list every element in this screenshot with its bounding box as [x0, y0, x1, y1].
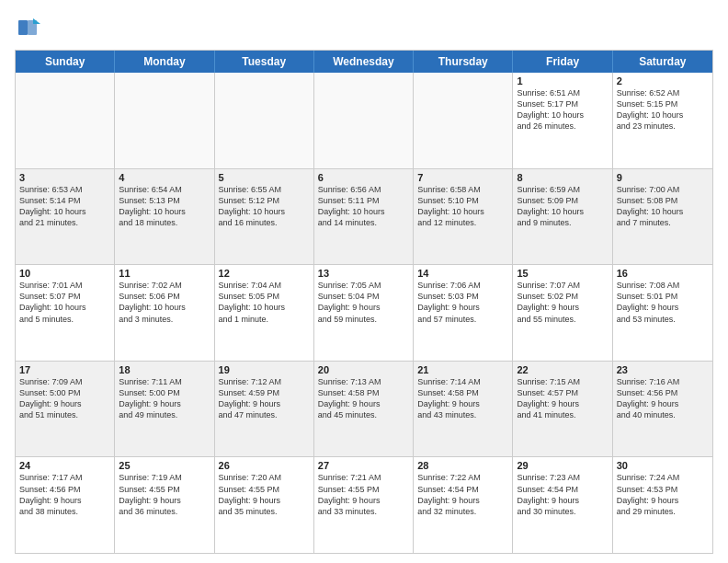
day-number: 18	[119, 364, 210, 375]
calendar-cell: 19Sunrise: 7:12 AMSunset: 4:59 PMDayligh…	[215, 362, 314, 457]
day-number: 8	[517, 172, 608, 183]
calendar-row-4: 24Sunrise: 7:17 AMSunset: 4:56 PMDayligh…	[16, 457, 712, 553]
cell-info: Sunrise: 7:02 AMSunset: 5:06 PMDaylight:…	[119, 280, 210, 325]
day-number: 7	[417, 172, 508, 183]
cell-info: Sunrise: 7:08 AMSunset: 5:01 PMDaylight:…	[617, 280, 709, 325]
day-number: 23	[617, 364, 709, 375]
cell-info: Sunrise: 6:54 AMSunset: 5:13 PMDaylight:…	[119, 184, 210, 229]
calendar-cell: 10Sunrise: 7:01 AMSunset: 5:07 PMDayligh…	[16, 265, 115, 361]
calendar-cell: 22Sunrise: 7:15 AMSunset: 4:57 PMDayligh…	[513, 362, 612, 457]
cell-info: Sunrise: 7:14 AMSunset: 4:58 PMDaylight:…	[417, 376, 508, 421]
cell-info: Sunrise: 7:20 AMSunset: 4:55 PMDaylight:…	[219, 472, 310, 517]
weekday-header-monday: Monday	[115, 51, 214, 73]
cell-info: Sunrise: 6:52 AMSunset: 5:15 PMDaylight:…	[617, 87, 709, 132]
weekday-header-wednesday: Wednesday	[314, 51, 414, 73]
calendar-cell: 13Sunrise: 7:05 AMSunset: 5:04 PMDayligh…	[314, 265, 414, 361]
day-number: 17	[19, 364, 110, 375]
calendar-cell: 12Sunrise: 7:04 AMSunset: 5:05 PMDayligh…	[215, 265, 314, 361]
calendar-cell: 16Sunrise: 7:08 AMSunset: 5:01 PMDayligh…	[613, 265, 712, 361]
calendar-cell: 1Sunrise: 6:51 AMSunset: 5:17 PMDaylight…	[513, 73, 612, 168]
calendar-body: 1Sunrise: 6:51 AMSunset: 5:17 PMDaylight…	[16, 73, 712, 553]
cell-info: Sunrise: 7:22 AMSunset: 4:54 PMDaylight:…	[417, 472, 508, 517]
day-number: 14	[417, 268, 508, 279]
cell-info: Sunrise: 6:51 AMSunset: 5:17 PMDaylight:…	[517, 87, 608, 132]
calendar-cell	[314, 73, 414, 168]
calendar-cell: 24Sunrise: 7:17 AMSunset: 4:56 PMDayligh…	[16, 457, 115, 553]
calendar-cell: 21Sunrise: 7:14 AMSunset: 4:58 PMDayligh…	[414, 362, 513, 457]
calendar-cell: 7Sunrise: 6:58 AMSunset: 5:10 PMDaylight…	[414, 169, 513, 265]
calendar-cell	[115, 73, 214, 168]
day-number: 24	[19, 460, 110, 471]
cell-info: Sunrise: 7:15 AMSunset: 4:57 PMDaylight:…	[517, 376, 608, 421]
calendar-cell	[215, 73, 314, 168]
day-number: 11	[119, 268, 210, 279]
calendar-cell	[414, 73, 513, 168]
calendar-row-1: 3Sunrise: 6:53 AMSunset: 5:14 PMDaylight…	[16, 169, 712, 266]
calendar-cell: 20Sunrise: 7:13 AMSunset: 4:58 PMDayligh…	[314, 362, 414, 457]
cell-info: Sunrise: 6:55 AMSunset: 5:12 PMDaylight:…	[219, 184, 310, 229]
calendar-cell: 23Sunrise: 7:16 AMSunset: 4:56 PMDayligh…	[613, 362, 712, 457]
weekday-header-sunday: Sunday	[16, 51, 115, 73]
day-number: 30	[617, 460, 709, 471]
cell-info: Sunrise: 7:04 AMSunset: 5:05 PMDaylight:…	[219, 280, 310, 325]
calendar-cell: 26Sunrise: 7:20 AMSunset: 4:55 PMDayligh…	[215, 457, 314, 553]
cell-info: Sunrise: 7:00 AMSunset: 5:08 PMDaylight:…	[617, 184, 709, 229]
day-number: 22	[517, 364, 608, 375]
weekday-header-saturday: Saturday	[613, 51, 712, 73]
cell-info: Sunrise: 7:11 AMSunset: 5:00 PMDaylight:…	[119, 376, 210, 421]
cell-info: Sunrise: 6:53 AMSunset: 5:14 PMDaylight:…	[19, 184, 110, 229]
day-number: 26	[219, 460, 310, 471]
calendar: SundayMondayTuesdayWednesdayThursdayFrid…	[15, 50, 713, 554]
calendar-cell: 4Sunrise: 6:54 AMSunset: 5:13 PMDaylight…	[115, 169, 214, 265]
calendar-cell	[16, 73, 115, 168]
weekday-header-friday: Friday	[513, 51, 612, 73]
calendar-cell: 18Sunrise: 7:11 AMSunset: 5:00 PMDayligh…	[115, 362, 214, 457]
day-number: 5	[219, 172, 310, 183]
cell-info: Sunrise: 6:59 AMSunset: 5:09 PMDaylight:…	[517, 184, 608, 229]
day-number: 4	[119, 172, 210, 183]
calendar-cell: 3Sunrise: 6:53 AMSunset: 5:14 PMDaylight…	[16, 169, 115, 265]
calendar-cell: 6Sunrise: 6:56 AMSunset: 5:11 PMDaylight…	[314, 169, 414, 265]
calendar-cell: 5Sunrise: 6:55 AMSunset: 5:12 PMDaylight…	[215, 169, 314, 265]
calendar-cell: 14Sunrise: 7:06 AMSunset: 5:03 PMDayligh…	[414, 265, 513, 361]
cell-info: Sunrise: 7:07 AMSunset: 5:02 PMDaylight:…	[517, 280, 608, 325]
cell-info: Sunrise: 7:12 AMSunset: 4:59 PMDaylight:…	[219, 376, 310, 421]
calendar-cell: 2Sunrise: 6:52 AMSunset: 5:15 PMDaylight…	[613, 73, 712, 168]
day-number: 21	[417, 364, 508, 375]
day-number: 20	[318, 364, 409, 375]
calendar-cell: 11Sunrise: 7:02 AMSunset: 5:06 PMDayligh…	[115, 265, 214, 361]
cell-info: Sunrise: 7:19 AMSunset: 4:55 PMDaylight:…	[119, 472, 210, 517]
day-number: 16	[617, 268, 709, 279]
day-number: 9	[617, 172, 709, 183]
day-number: 25	[119, 460, 210, 471]
day-number: 27	[318, 460, 409, 471]
cell-info: Sunrise: 6:58 AMSunset: 5:10 PMDaylight:…	[417, 184, 508, 229]
weekday-header-tuesday: Tuesday	[215, 51, 314, 73]
day-number: 6	[318, 172, 409, 183]
calendar-header: SundayMondayTuesdayWednesdayThursdayFrid…	[16, 51, 712, 73]
day-number: 29	[517, 460, 608, 471]
logo	[15, 15, 44, 40]
day-number: 3	[19, 172, 110, 183]
calendar-row-2: 10Sunrise: 7:01 AMSunset: 5:07 PMDayligh…	[16, 265, 712, 362]
page-header	[15, 15, 713, 40]
cell-info: Sunrise: 7:24 AMSunset: 4:53 PMDaylight:…	[617, 472, 709, 517]
calendar-cell: 28Sunrise: 7:22 AMSunset: 4:54 PMDayligh…	[414, 457, 513, 553]
calendar-row-0: 1Sunrise: 6:51 AMSunset: 5:17 PMDaylight…	[16, 73, 712, 169]
cell-info: Sunrise: 7:09 AMSunset: 5:00 PMDaylight:…	[19, 376, 110, 421]
calendar-cell: 30Sunrise: 7:24 AMSunset: 4:53 PMDayligh…	[613, 457, 712, 553]
day-number: 10	[19, 268, 110, 279]
cell-info: Sunrise: 7:17 AMSunset: 4:56 PMDaylight:…	[19, 472, 110, 517]
day-number: 2	[617, 75, 709, 86]
calendar-cell: 8Sunrise: 6:59 AMSunset: 5:09 PMDaylight…	[513, 169, 612, 265]
cell-info: Sunrise: 6:56 AMSunset: 5:11 PMDaylight:…	[318, 184, 409, 229]
calendar-cell: 29Sunrise: 7:23 AMSunset: 4:54 PMDayligh…	[513, 457, 612, 553]
day-number: 1	[517, 75, 608, 86]
cell-info: Sunrise: 7:21 AMSunset: 4:55 PMDaylight:…	[318, 472, 409, 517]
cell-info: Sunrise: 7:23 AMSunset: 4:54 PMDaylight:…	[517, 472, 608, 517]
day-number: 12	[219, 268, 310, 279]
svg-rect-1	[18, 20, 28, 35]
cell-info: Sunrise: 7:01 AMSunset: 5:07 PMDaylight:…	[19, 280, 110, 325]
day-number: 13	[318, 268, 409, 279]
calendar-cell: 15Sunrise: 7:07 AMSunset: 5:02 PMDayligh…	[513, 265, 612, 361]
